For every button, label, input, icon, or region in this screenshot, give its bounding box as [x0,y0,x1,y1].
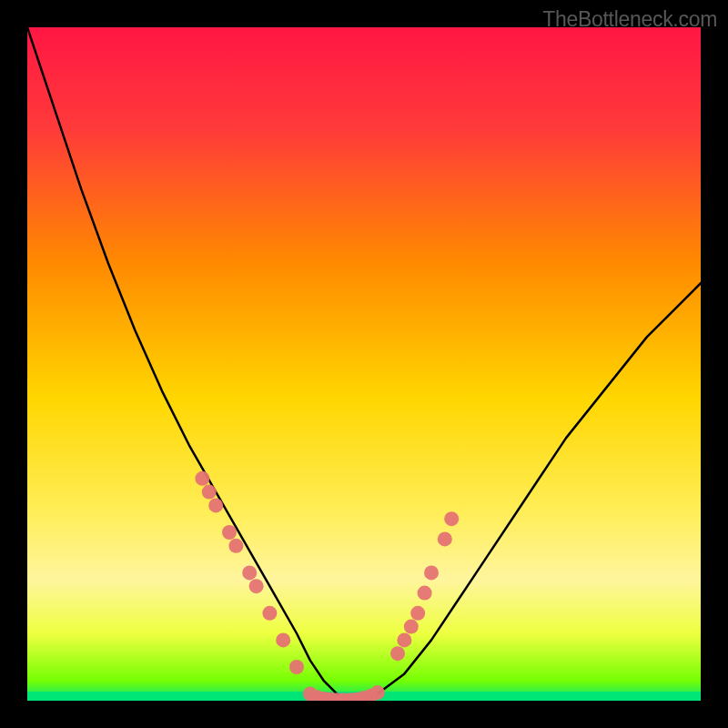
point-left-cluster-points [228,539,243,553]
point-left-cluster-points [208,498,223,512]
point-left-cluster-points [222,525,237,540]
plot-area [27,27,701,701]
point-right-cluster-points [410,606,425,621]
point-right-cluster-points [444,511,459,526]
gradient-background [27,27,701,701]
chart-svg [27,27,701,701]
point-right-cluster-points [404,620,419,634]
point-right-cluster-points [424,565,439,580]
point-right-cluster-points [418,586,432,601]
point-left-cluster-points [249,579,264,593]
chart-container: TheBottleneck.com [0,0,728,728]
point-bottom-band-points [370,685,385,700]
point-left-cluster-points [195,471,209,486]
point-left-cluster-points [242,565,257,580]
point-left-cluster-points [276,632,290,647]
point-left-cluster-points [289,660,304,674]
point-right-cluster-points [397,632,411,647]
point-left-cluster-points [202,485,217,500]
point-right-cluster-points [438,531,452,546]
point-left-cluster-points [262,606,277,621]
point-right-cluster-points [390,646,405,661]
